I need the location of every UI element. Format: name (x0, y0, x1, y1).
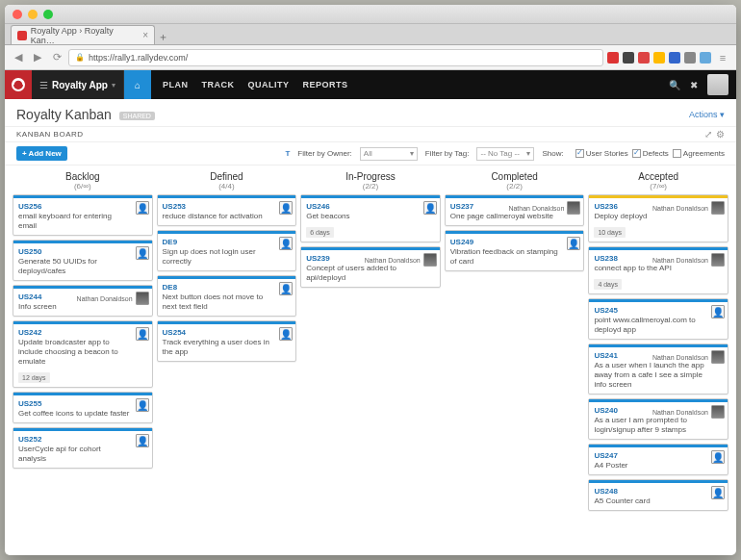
kanban-card[interactable]: 👤 US246 Get beacons 6 days (300, 194, 441, 242)
ext-icon[interactable] (700, 52, 711, 64)
card-id[interactable]: DE9 (163, 238, 292, 246)
person-icon: 👤 (136, 434, 149, 447)
shared-badge: SHARED (119, 112, 155, 120)
card-id[interactable]: US247 (594, 451, 723, 460)
nav-quality[interactable]: QUALITY (247, 80, 289, 89)
kanban-card[interactable]: Nathan Donaldson US239 Concept of users … (300, 246, 441, 288)
kanban-card[interactable]: 👤 US248 A5 Counter card (588, 479, 728, 511)
card-id[interactable]: US245 (594, 306, 723, 315)
filter-funnel-icon[interactable]: T (285, 149, 290, 158)
ext-icon[interactable] (638, 52, 650, 64)
kanban-card[interactable]: Nathan Donaldson US237 One page callmero… (445, 194, 585, 226)
card-owner: 👤 (279, 282, 293, 295)
card-id[interactable]: US248 (594, 487, 723, 496)
forward-button[interactable]: ▶ (30, 51, 45, 64)
avatar-icon (711, 405, 725, 419)
tab-title: Royalty App › Royalty Kan… (31, 26, 137, 45)
kanban-column: Completed (2/2) Nathan Donaldson US237 O… (445, 169, 585, 515)
kanban-card[interactable]: 👤 US253 reduce distance for activation (157, 194, 297, 226)
card-id[interactable]: US250 (18, 247, 147, 256)
ext-icon[interactable] (623, 52, 634, 64)
kanban-card[interactable]: Nathan Donaldson US236 Deploy deployd 10… (588, 194, 728, 242)
nav-plan[interactable]: PLAN (163, 80, 189, 89)
ext-icon[interactable] (669, 52, 680, 64)
gear-icon[interactable]: ⚙ (716, 129, 726, 140)
add-new-button[interactable]: + Add New (16, 146, 67, 161)
card-id[interactable]: US256 (18, 202, 147, 211)
kanban-card[interactable]: 👤 US252 UserCycle api for cohort analysi… (13, 427, 153, 469)
minimize-window-button[interactable] (28, 10, 38, 19)
show-option[interactable]: User Stories (575, 149, 628, 158)
card-id[interactable]: US254 (163, 328, 292, 337)
user-avatar[interactable] (707, 74, 728, 95)
card-title: Track everything a user does in the app (163, 338, 292, 357)
kanban-card[interactable]: 👤 US254 Track everything a user does in … (157, 320, 297, 362)
checkbox-icon (673, 149, 681, 158)
card-id[interactable]: US255 (18, 399, 147, 408)
column-count: (2/2) (445, 182, 585, 191)
person-icon: 👤 (136, 201, 149, 215)
person-icon: 👤 (567, 237, 580, 250)
card-owner: 👤 (711, 305, 725, 318)
card-id[interactable]: US249 (450, 238, 579, 246)
column-name: Accepted (588, 171, 728, 182)
section-title: KANBAN BOARD (16, 130, 84, 139)
kanban-card[interactable]: Nathan Donaldson US241 As a user when I … (588, 344, 728, 395)
kanban-card[interactable]: 👤 US245 point www.callmeroyal.com to dep… (588, 298, 728, 340)
card-id[interactable]: US252 (18, 435, 147, 444)
card-owner: Nathan Donaldson (508, 201, 580, 215)
filter-owner-select[interactable]: All▾ (360, 147, 418, 161)
card-owner: 👤 (279, 237, 293, 250)
extension-icons (607, 52, 711, 64)
kanban-card[interactable]: 👤 US256 email keyboard for entering emai… (13, 194, 153, 236)
browser-tab[interactable]: Royalty App › Royalty Kan… × (11, 25, 155, 44)
ext-icon[interactable] (607, 52, 619, 64)
nav-reports[interactable]: REPORTS (302, 80, 347, 89)
ext-icon[interactable] (684, 52, 696, 64)
column-name: Completed (445, 171, 585, 182)
expand-icon[interactable]: ⤢ (704, 129, 713, 140)
home-button[interactable]: ⌂ (124, 70, 151, 99)
kanban-card[interactable]: Nathan Donaldson US244 Info screen (13, 285, 153, 317)
hamburger-icon: ☰ (39, 80, 48, 90)
new-tab-button[interactable]: ＋ (155, 30, 170, 44)
back-button[interactable]: ◀ (11, 51, 26, 64)
zoom-window-button[interactable] (43, 10, 53, 19)
kanban-card[interactable]: 👤 US255 Get coffee icons to update faste… (13, 392, 153, 423)
card-id[interactable]: US246 (306, 202, 435, 211)
rally-logo[interactable] (5, 70, 32, 99)
project-picker[interactable]: ☰ Royalty App ▾ (32, 70, 124, 99)
card-id[interactable]: US242 (18, 328, 147, 337)
search-icon[interactable]: 🔍 (669, 80, 680, 90)
nav-track[interactable]: TRACK (201, 80, 234, 89)
address-bar[interactable]: 🔒 https://rally1.rallydev.com/ (68, 49, 603, 66)
kanban-card[interactable]: Nathan Donaldson US240 As a user I am pr… (588, 398, 728, 440)
show-option[interactable]: Agreements (673, 149, 725, 158)
page-title: Royalty Kanban SHARED (16, 107, 155, 122)
kanban-card[interactable]: 👤 US247 A4 Poster (588, 444, 728, 475)
column-header: Accepted (7/∞) (588, 169, 728, 194)
avatar-icon (567, 201, 580, 215)
card-owner: Nathan Donaldson (365, 253, 437, 267)
card-id[interactable]: US253 (163, 202, 292, 211)
kanban-card[interactable]: 👤 DE9 Sign up does not login user correc… (157, 230, 297, 271)
tab-close-icon[interactable]: × (142, 30, 148, 40)
card-age-badge: 10 days (594, 227, 626, 238)
actions-menu[interactable]: Actions ▾ (689, 110, 725, 119)
reload-button[interactable]: ⟳ (49, 51, 64, 64)
card-owner: 👤 (136, 327, 149, 341)
card-id[interactable]: DE8 (163, 283, 292, 292)
close-window-button[interactable] (13, 10, 22, 19)
kanban-card[interactable]: Nathan Donaldson US238 connect app to th… (588, 246, 728, 294)
kanban-card[interactable]: 👤 DE8 Next button does not move to next … (157, 275, 297, 317)
filter-tag-select[interactable]: -- No Tag --▾ (476, 147, 534, 161)
show-option[interactable]: Defects (632, 149, 669, 158)
tools-icon[interactable]: ✖ (690, 80, 698, 90)
kanban-card[interactable]: 👤 US242 Update broadcaster app to includ… (13, 320, 153, 388)
kanban-card[interactable]: 👤 US249 Vibration feedback on stamping o… (445, 230, 585, 271)
kanban-card[interactable]: 👤 US250 Generate 50 UUIDs for deployd/ca… (13, 240, 153, 281)
card-owner: 👤 (567, 237, 580, 250)
menu-button[interactable]: ≡ (715, 52, 730, 64)
ext-icon[interactable] (653, 52, 665, 64)
card-title: As a user when I launch the app away fro… (594, 361, 723, 390)
